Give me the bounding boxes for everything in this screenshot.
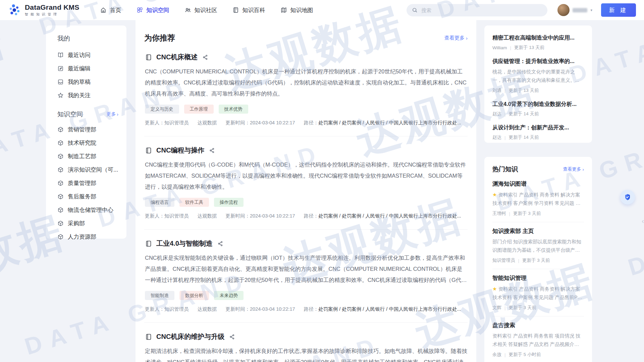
nav-label: 知识社区 bbox=[194, 6, 217, 14]
article-tag[interactable]: 定义与历史 bbox=[145, 105, 179, 114]
hot-item-desc: 部门介绍 知识搜索部以底层搜索能力和知识图谱能力为基础，不仅提供平台级产品服务，… bbox=[492, 238, 584, 254]
article-tag[interactable]: 未来趋势 bbox=[214, 291, 244, 300]
article-title-row: 工业4.0与智能制造 bbox=[145, 239, 467, 248]
sidebar-space-item[interactable]: 制造工艺部 bbox=[57, 149, 126, 163]
logo-subtitle: 智能知识管理 bbox=[25, 12, 79, 17]
sidebar-space-item[interactable]: 售后服务部 bbox=[57, 190, 126, 203]
hot-knowledge-panel: 热门知识 查看更多 › 渊海知识图谱 ★资料索引 产品资料 商务资料 解决方案 … bbox=[484, 157, 592, 362]
hot-item-title[interactable]: 知识搜索部 主页 bbox=[492, 227, 584, 235]
article-title[interactable]: CNC机床概述 bbox=[156, 53, 198, 62]
nav-knowledge-community[interactable]: 知识社区 bbox=[184, 6, 217, 14]
sidebar-space-item[interactable]: 质量管理部 bbox=[57, 176, 126, 190]
logo-icon bbox=[8, 3, 21, 17]
share-icon[interactable] bbox=[229, 334, 235, 340]
hot-item-title[interactable]: 盘古搜索 bbox=[492, 321, 584, 329]
sidebar-space-item[interactable]: 技术研究院 bbox=[57, 136, 126, 149]
hot-item-meta: 知识管理员 | 更新于 3 天前 bbox=[492, 257, 584, 263]
separator: | bbox=[504, 305, 506, 310]
nav-knowledge-map[interactable]: 知识地图 bbox=[280, 6, 313, 14]
assistant-button[interactable] bbox=[620, 190, 635, 204]
hot-item-meta: 王增柯 | 更新于 3 天前 bbox=[492, 210, 584, 217]
star-icon: ★ bbox=[492, 286, 497, 292]
hot-item: 知识搜索部 主页 部门介绍 知识搜索部以底层搜索能力和知识图谱能力为基础，不仅提… bbox=[492, 222, 584, 269]
right-feed-panel: 精密工程在高端制造业中的应用... William | 更新于 13 天前 供应… bbox=[484, 25, 592, 143]
new-button[interactable]: 新 建 bbox=[601, 3, 636, 17]
feed-item: 工业4.0背景下的制造业数据分析... 赵达 | 更新于 14 天前 bbox=[492, 101, 584, 117]
hot-view-more-link[interactable]: 查看更多 › bbox=[563, 166, 584, 172]
article-tag[interactable]: 数据分析 bbox=[179, 291, 209, 300]
article-tag[interactable]: 编程语言 bbox=[145, 198, 174, 207]
nav-home[interactable]: 首页 bbox=[100, 6, 121, 14]
article-card: CNC机床的维护与升级 定期清洁机床，检查润滑油和冷却液，保持机床良好的工作状态… bbox=[144, 323, 468, 362]
article-tags: 定义与历史工作原理技术优势 bbox=[145, 105, 467, 114]
hot-item-time: 更新于 5 小时前 bbox=[509, 352, 541, 358]
sidebar-space-item[interactable]: 营销管理部 bbox=[57, 123, 126, 136]
feed-item-title[interactable]: 供应链管理：提升制造业效率的... bbox=[492, 58, 584, 65]
document-icon bbox=[145, 54, 152, 61]
document-icon bbox=[145, 147, 152, 154]
feed-item-title[interactable]: 工业4.0背景下的制造业数据分析... bbox=[492, 101, 584, 108]
spaces-more-link[interactable]: 更多 › bbox=[106, 111, 118, 117]
search-box[interactable] bbox=[407, 4, 547, 16]
feed-item: 精密工程在高端制造业中的应用... William | 更新于 13 天前 bbox=[492, 34, 584, 51]
space-name: 采购部 bbox=[68, 220, 85, 227]
feed-item-time: 更新于 13 天前 bbox=[514, 45, 544, 51]
sidebar-item-recent-edited[interactable]: 最近编辑 bbox=[57, 62, 126, 75]
separator: | bbox=[504, 352, 506, 357]
feed-item-time: 更新于 14 天前 bbox=[509, 134, 539, 140]
feed-item-meta: 赵达 | 更新于 14 天前 bbox=[492, 111, 584, 117]
nav-knowledge-wiki[interactable]: 知识百科 bbox=[232, 6, 265, 14]
separator: | bbox=[509, 211, 511, 216]
sidebar-space-item[interactable]: 演示知识空间（可... bbox=[57, 163, 126, 176]
search-input[interactable] bbox=[421, 7, 542, 13]
user-area[interactable]: ▾ bbox=[557, 4, 592, 16]
space-name: 人力资源部 bbox=[68, 233, 96, 241]
share-icon[interactable] bbox=[202, 54, 208, 60]
article-description: CNC（COMPUTER NUMERICAL CONTROL）机床是一种通过计算… bbox=[145, 66, 468, 99]
sidebar-item-my-follows[interactable]: 我的关注 bbox=[57, 88, 126, 102]
hot-item-title[interactable]: 渊海知识图谱 bbox=[492, 180, 584, 188]
document-icon bbox=[145, 240, 152, 247]
meta-updater: 更新人：知识管理员 bbox=[145, 306, 189, 312]
logo[interactable]: DataGrand KMS 智能知识管理 bbox=[8, 3, 79, 17]
feed-item-title[interactable]: 从设计到生产：创新产品开发... bbox=[492, 124, 584, 131]
meta-time: 更新时间：2024-03-04 10:22:17 bbox=[226, 120, 295, 126]
panel-collapse-arrow[interactable]: ‹ bbox=[642, 217, 644, 225]
space-name: 质量管理部 bbox=[68, 179, 96, 187]
top-navbar: DataGrand KMS 智能知识管理 首页 知识空间 知识社区 bbox=[0, 0, 644, 20]
recommend-view-more-link[interactable]: 查看更多 › bbox=[444, 35, 468, 41]
sidebar-space-item[interactable]: 人力资源部 bbox=[57, 230, 126, 243]
article-title[interactable]: 工业4.0与智能制造 bbox=[156, 239, 213, 248]
meta-updater: 更新人：知识管理员 bbox=[145, 120, 189, 126]
book-open-icon bbox=[57, 52, 64, 58]
share-icon[interactable] bbox=[209, 147, 215, 154]
space-name: 售后服务部 bbox=[68, 193, 96, 200]
cube-icon bbox=[57, 126, 64, 133]
article-tag[interactable]: 工作原理 bbox=[184, 105, 214, 114]
spaces-section-title: 知识空间 bbox=[57, 110, 83, 119]
hot-item-title[interactable]: 智能知识管理 bbox=[492, 274, 584, 282]
logo-text: DataGrand KMS 智能知识管理 bbox=[25, 3, 79, 17]
caret-down-icon: ▾ bbox=[590, 8, 592, 12]
cube-icon bbox=[57, 167, 64, 173]
feed-item-title[interactable]: 精密工程在高端制造业中的应用... bbox=[492, 34, 584, 42]
article-title[interactable]: CNC编程与操作 bbox=[156, 146, 204, 155]
avatar[interactable] bbox=[557, 4, 570, 16]
sidebar-item-recent-visited[interactable]: 最近访问 bbox=[57, 48, 126, 62]
hot-list: 渊海知识图谱 ★资料索引 产品资料 商务资料 解决方案 技术资料 客户案例 学习… bbox=[492, 175, 584, 362]
sidebar-space-item[interactable]: 采购部 bbox=[57, 217, 126, 230]
main-panel: 为你推荐 查看更多 › CNC机床概述 CNC（COMPUTER NUMERIC… bbox=[136, 20, 476, 362]
article-tag[interactable]: 软件工具 bbox=[179, 198, 209, 207]
meta-path: 路径：处罚案例 / 处罚案例 / 人民银行 / 中国人民银行上海市分行行政处..… bbox=[304, 306, 461, 312]
article-tag[interactable]: 操作流程 bbox=[214, 198, 244, 207]
nav-knowledge-space[interactable]: 知识空间 bbox=[137, 6, 169, 14]
sidebar-item-my-drafts[interactable]: 我的草稿 bbox=[57, 75, 126, 88]
share-icon[interactable] bbox=[217, 241, 223, 247]
article-title[interactable]: CNC机床的维护与升级 bbox=[156, 332, 224, 341]
article-tag[interactable]: 智能制造 bbox=[145, 291, 174, 300]
separator: | bbox=[510, 45, 512, 50]
feed-item-author: 刘通 bbox=[492, 87, 501, 94]
sidebar-space-item[interactable]: 物流仓储管理中心 bbox=[57, 203, 126, 217]
article-tag[interactable]: 技术优势 bbox=[219, 105, 248, 114]
cube-icon bbox=[57, 234, 64, 240]
